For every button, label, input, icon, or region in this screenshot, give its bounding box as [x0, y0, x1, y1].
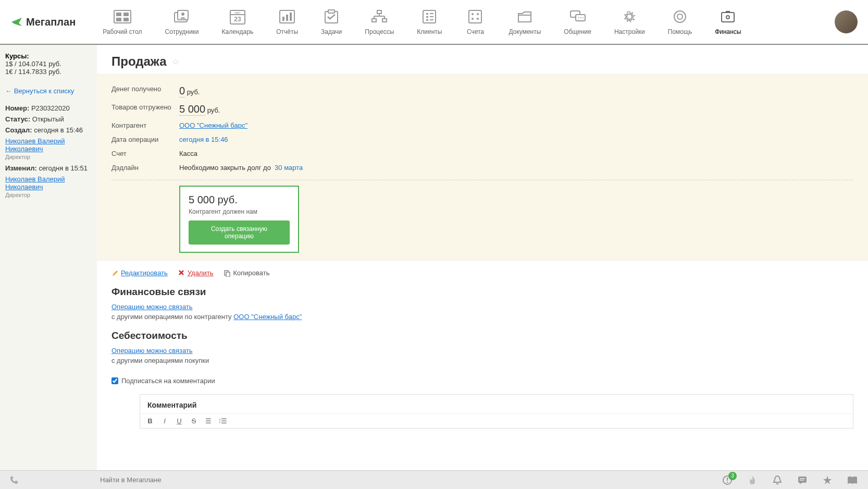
search-input[interactable] — [100, 476, 256, 484]
finlinks-link[interactable]: Операцию можно связать — [111, 303, 193, 311]
nav-accounts[interactable]: Счета — [458, 6, 492, 38]
svg-point-33 — [472, 13, 474, 15]
employees-icon — [171, 8, 192, 25]
nav-processes[interactable]: Процессы — [358, 6, 400, 38]
svg-point-7 — [181, 13, 184, 16]
svg-rect-4 — [123, 18, 129, 21]
main-content: Продажа ☆ Денег получено 0 руб. Товаров … — [97, 45, 868, 470]
calendar-icon: 23март — [227, 8, 248, 25]
summary-card: Денег получено 0 руб. Товаров отгружено … — [97, 74, 868, 261]
operation-date-value[interactable]: сегодня в 15:46 — [179, 136, 228, 143]
svg-rect-15 — [290, 13, 292, 21]
copy-action[interactable]: Копировать — [224, 269, 269, 277]
help-icon — [669, 8, 690, 25]
deadline-label: Дэдлайн — [111, 164, 179, 172]
number-label: Номер: — [5, 104, 29, 112]
nav-finance[interactable]: Финансы — [709, 6, 747, 38]
account-value: Касса — [179, 150, 197, 157]
bell-icon[interactable] — [771, 474, 784, 486]
subscribe-label: Подписаться на комментарии — [121, 377, 215, 385]
underline-button[interactable]: U — [175, 417, 184, 425]
italic-button[interactable]: I — [160, 417, 169, 425]
documents-icon — [514, 8, 535, 25]
cost-title: Себестоимость — [111, 330, 853, 341]
svg-rect-18 — [377, 10, 381, 14]
svg-text:март: март — [234, 11, 241, 14]
nav-settings[interactable]: Настройки — [608, 6, 651, 38]
page-title: Продажа — [111, 54, 167, 69]
nav-employees[interactable]: Сотрудники — [159, 6, 205, 38]
money-received-value[interactable]: 0 — [179, 85, 185, 97]
book-icon[interactable] — [846, 474, 859, 486]
rate-usd: 1$ / 104.0741 руб. — [5, 60, 92, 68]
finance-icon — [717, 8, 738, 25]
alert-icon[interactable]: 3 — [721, 474, 734, 486]
status-value: Открытый — [32, 115, 64, 123]
edit-action[interactable]: Редактировать — [111, 269, 168, 277]
processes-icon — [369, 8, 390, 25]
debt-box: 5 000 руб. Контрагент должен нам Создать… — [179, 186, 299, 253]
counterparty-link[interactable]: ООО "Снежный барс" — [179, 121, 247, 129]
delete-action[interactable]: Удалить — [178, 269, 214, 277]
modified-label: Изменил: — [5, 164, 37, 172]
strike-button[interactable]: S — [189, 417, 199, 425]
logo[interactable]: Мегаплан — [10, 16, 76, 28]
svg-rect-2 — [123, 13, 129, 16]
nav-reports[interactable]: Отчёты — [270, 6, 304, 38]
goods-shipped-unit: руб. — [207, 106, 220, 114]
modifier-link[interactable]: Николаев Валерий Николаевич — [5, 175, 92, 191]
pencil-icon — [111, 270, 119, 277]
svg-point-36 — [477, 18, 479, 20]
cost-link[interactable]: Операцию можно связать — [111, 347, 193, 354]
nav-chat[interactable]: Общение — [557, 6, 598, 38]
chat-icon — [567, 8, 588, 25]
finlinks-text: с другими операциями по контрагенту — [111, 313, 232, 321]
ordered-list-button[interactable]: ☰ — [204, 417, 213, 425]
alert-badge: 3 — [728, 472, 737, 480]
tasks-icon — [321, 8, 342, 25]
favorite-star-icon[interactable]: ☆ — [172, 57, 179, 67]
bottom-bar: 3 — [0, 470, 868, 489]
settings-icon — [619, 8, 640, 25]
message-icon[interactable] — [796, 474, 809, 486]
status-label: Статус: — [5, 115, 30, 123]
nav-tasks[interactable]: Задачи — [315, 6, 348, 38]
creator-role: Директор — [5, 154, 92, 160]
bold-button[interactable]: B — [145, 417, 155, 425]
user-avatar[interactable] — [835, 10, 858, 33]
nav-calendar[interactable]: 23март Календарь — [216, 6, 260, 38]
goods-shipped-value[interactable]: 5 000 — [179, 103, 205, 116]
back-to-list-link[interactable]: Вернуться к списку — [5, 87, 74, 95]
desktop-icon — [112, 8, 133, 25]
clients-icon — [419, 8, 440, 25]
deadline-date[interactable]: 30 марта — [275, 164, 303, 172]
svg-rect-1 — [116, 13, 121, 16]
goods-shipped-label: Товаров отгружено — [111, 103, 179, 115]
nav-desktop[interactable]: Рабочий стол — [96, 6, 148, 38]
nav-items: Рабочий стол Сотрудники 23март Календарь… — [96, 6, 835, 38]
nav-documents[interactable]: Документы — [502, 6, 547, 38]
subscribe-checkbox[interactable] — [111, 377, 118, 384]
phone-icon[interactable] — [9, 475, 20, 485]
finlinks-counterparty-link[interactable]: ООО "Снежный барс" — [233, 313, 302, 321]
svg-rect-32 — [469, 10, 481, 23]
finlinks-title: Финансовые связи — [111, 286, 853, 298]
create-linked-operation-button[interactable]: Создать связанную операцию — [189, 221, 290, 244]
star-icon[interactable] — [821, 474, 834, 486]
modifier-role: Директор — [5, 192, 92, 198]
nav-help[interactable]: Помощь — [662, 6, 698, 38]
svg-rect-48 — [726, 11, 730, 13]
fire-icon[interactable] — [746, 474, 759, 486]
svg-rect-3 — [116, 18, 121, 21]
svg-point-41 — [580, 17, 581, 18]
unordered-list-button[interactable]: ⁝☰ — [218, 417, 228, 425]
account-label: Счет — [111, 150, 179, 157]
cost-text: с другими операциями покупки — [111, 357, 853, 364]
svg-rect-17 — [328, 10, 334, 13]
nav-clients[interactable]: Клиенты — [411, 6, 448, 38]
created-label: Создал: — [5, 126, 32, 134]
svg-point-45 — [677, 14, 683, 19]
comment-toolbar: B I U S ☰ ⁝☰ — [140, 413, 853, 428]
creator-link[interactable]: Николаев Валерий Николаевич — [5, 137, 92, 153]
reports-icon — [277, 8, 297, 25]
